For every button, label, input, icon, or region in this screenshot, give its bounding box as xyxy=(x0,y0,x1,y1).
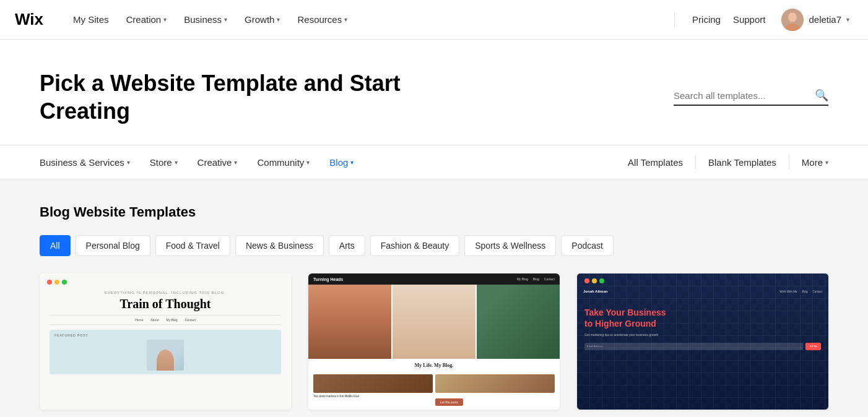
nav-mysites[interactable]: My Sites xyxy=(64,0,118,40)
mock2-caption: My Life. My Blog. xyxy=(308,359,560,372)
cat-community[interactable]: Community ▾ xyxy=(247,145,319,179)
growth-chevron-icon: ▾ xyxy=(277,16,280,23)
nav-business[interactable]: Business ▾ xyxy=(175,0,236,40)
avatar xyxy=(781,9,804,31)
mock1-featured: FEATURED POST xyxy=(50,330,281,374)
template-card-turning-heads[interactable]: Turning Heads My Blog Blog Contact My Li… xyxy=(308,273,560,410)
username-label: deletia7 xyxy=(809,14,841,25)
nav-pricing[interactable]: Pricing xyxy=(692,14,721,25)
cat-bs-chevron-icon: ▾ xyxy=(127,159,130,166)
nav-divider xyxy=(674,12,675,27)
mock2-post-img-2 xyxy=(435,374,555,393)
mock3-subtitle: Get marketing tips to accelerate your bu… xyxy=(584,333,821,338)
search-box: 🔍 xyxy=(674,88,828,106)
mock3-dots xyxy=(577,273,828,286)
mock2-photo-grid xyxy=(308,285,560,359)
mock3-nav-links: Work With Me Blog Contact xyxy=(779,290,822,293)
cat-more-chevron-icon: ▾ xyxy=(825,159,828,166)
nav-right: Pricing Support deletia7 ▾ xyxy=(669,9,853,31)
navbar: Wix My Sites Creation ▾ Business ▾ Growt… xyxy=(0,0,868,40)
nav-links: My Sites Creation ▾ Business ▾ Growth ▾ … xyxy=(64,0,669,40)
template-grid: EVERYTHING IS PERSONAL. INCLUDING THIS B… xyxy=(40,273,828,410)
nav-creation[interactable]: Creation ▾ xyxy=(118,0,176,40)
mock3-submit-btn: Tell Me xyxy=(805,343,821,350)
filter-podcast[interactable]: Podcast xyxy=(561,235,614,256)
dot-yellow-3 xyxy=(592,278,597,283)
filter-fashion-beauty[interactable]: Fashion & Beauty xyxy=(370,235,460,256)
dot-red-3 xyxy=(584,278,589,283)
mock2-cta: Let the posts xyxy=(435,398,463,406)
wix-logo[interactable]: Wix xyxy=(15,11,47,28)
mock3-nav: Jonah Altman Work With Me Blog Contact xyxy=(577,286,828,297)
search-icon[interactable]: 🔍 xyxy=(815,88,828,102)
mock1-nav: Home About My Blog Contact xyxy=(50,315,281,325)
nav-resources[interactable]: Resources ▾ xyxy=(289,0,356,40)
hero-section: Pick a Website Template and Start Creati… xyxy=(0,40,868,145)
template-preview-3: Jonah Altman Work With Me Blog Contact T… xyxy=(577,273,828,410)
mock2-header: Turning Heads My Blog Blog Contact xyxy=(308,273,560,285)
template-preview-1: EVERYTHING IS PERSONAL. INCLUDING THIS B… xyxy=(40,273,291,410)
nav-user[interactable]: deletia7 ▾ xyxy=(778,9,853,31)
mock2-post-text-1: Tea street markets in the Middle East xyxy=(313,395,433,398)
window-dots xyxy=(40,273,291,288)
cat-more[interactable]: More ▾ xyxy=(792,145,838,179)
mock2-photo-2 xyxy=(393,285,475,359)
filter-all[interactable]: All xyxy=(40,235,71,256)
cat-store[interactable]: Store ▾ xyxy=(140,145,188,179)
mock2-photo-3 xyxy=(477,285,560,359)
search-input[interactable] xyxy=(674,90,810,101)
mock2-post-img-1 xyxy=(313,374,433,393)
cat-business-services[interactable]: Business & Services ▾ xyxy=(30,145,140,179)
mock3-email-input: Email Address xyxy=(584,343,803,350)
cat-creative-chevron-icon: ▾ xyxy=(234,159,237,166)
mock2-posts: Tea street markets in the Middle East Le… xyxy=(308,372,560,408)
user-chevron-icon: ▾ xyxy=(846,16,849,23)
template-preview-2: Turning Heads My Blog Blog Contact My Li… xyxy=(308,273,560,410)
filter-pills: All Personal Blog Food & Travel News & B… xyxy=(40,235,828,256)
cat-all-templates[interactable]: All Templates xyxy=(618,145,693,179)
resources-chevron-icon: ▾ xyxy=(344,16,347,23)
dot-yellow xyxy=(54,280,59,285)
filter-news-business[interactable]: News & Business xyxy=(235,235,324,256)
filter-arts[interactable]: Arts xyxy=(329,235,365,256)
filter-personal-blog[interactable]: Personal Blog xyxy=(76,235,150,256)
filter-food-travel[interactable]: Food & Travel xyxy=(155,235,230,256)
svg-point-2 xyxy=(788,12,797,22)
dot-green-3 xyxy=(599,278,604,283)
dot-red xyxy=(47,280,52,285)
category-nav: Business & Services ▾ Store ▾ Creative ▾… xyxy=(0,145,868,179)
mock2-brand: Turning Heads xyxy=(313,277,343,282)
cat-divider-2 xyxy=(789,155,789,170)
mock1-hand-image xyxy=(147,340,184,371)
mock2-photo-main xyxy=(308,285,391,359)
template-card-train-of-thought[interactable]: EVERYTHING IS PERSONAL. INCLUDING THIS B… xyxy=(40,273,291,410)
filter-sports-wellness[interactable]: Sports & Wellness xyxy=(464,235,556,256)
mock2-nav-items: My Blog Blog Contact xyxy=(517,277,555,281)
mock3-brand-label: Jonah Altman xyxy=(583,290,607,293)
cat-divider-1 xyxy=(695,155,696,170)
cat-blank-templates[interactable]: Blank Templates xyxy=(698,145,786,179)
cat-store-chevron-icon: ▾ xyxy=(175,159,178,166)
mock1-title: Train of Thought xyxy=(50,297,281,311)
page-title: Pick a Website Template and Start Creati… xyxy=(40,69,448,125)
cat-creative[interactable]: Creative ▾ xyxy=(188,145,248,179)
creation-chevron-icon: ▾ xyxy=(163,16,167,23)
svg-text:Wix: Wix xyxy=(15,11,44,28)
mock3-form: Email Address Tell Me xyxy=(584,343,821,350)
cat-community-chevron-icon: ▾ xyxy=(306,159,310,166)
nav-support[interactable]: Support xyxy=(733,14,766,25)
section-title: Blog Website Templates xyxy=(40,204,828,220)
cat-blog[interactable]: Blog ▾ xyxy=(319,145,363,179)
mock3-title: Take Your Business to Higher Ground xyxy=(584,307,821,329)
business-chevron-icon: ▾ xyxy=(224,16,227,23)
cat-blog-chevron-icon: ▾ xyxy=(350,159,354,166)
dot-green xyxy=(62,280,67,285)
template-card-business-growth[interactable]: Jonah Altman Work With Me Blog Contact T… xyxy=(577,273,828,410)
mock1-tagline: EVERYTHING IS PERSONAL. INCLUDING THIS B… xyxy=(50,291,281,294)
main-content: Blog Website Templates All Personal Blog… xyxy=(0,179,868,417)
mock3-content: Take Your Business to Higher Ground Get … xyxy=(577,297,828,360)
nav-growth[interactable]: Growth ▾ xyxy=(236,0,289,40)
mock1-content: EVERYTHING IS PERSONAL. INCLUDING THIS B… xyxy=(40,288,291,377)
